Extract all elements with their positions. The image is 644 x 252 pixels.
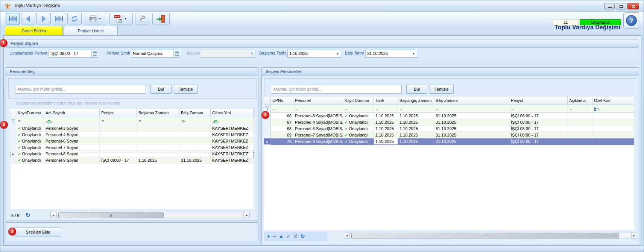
navigator-remove-icon[interactable]: −	[273, 234, 276, 239]
table-row[interactable]: 69Personel-7 Soyad[MOBİSA✔Onaylandı1.10.…	[264, 132, 634, 138]
filter-cell-kayit_durumu[interactable]: =	[343, 105, 374, 113]
cell-personel: Personel-6 Soyad[MOBİSA	[293, 126, 343, 132]
next-record-button[interactable]	[36, 13, 51, 24]
find-button[interactable]: Bul	[406, 85, 427, 94]
navigator-refresh-icon[interactable]: ↻	[301, 234, 305, 239]
selected-grid-hscrollbar[interactable]: ◂ ▸	[344, 232, 637, 238]
print-button[interactable]: ▾	[84, 13, 107, 24]
column-header-periyot[interactable]: Periyot	[100, 109, 137, 117]
filter-cell-baslangic_zamani[interactable]: =	[398, 105, 434, 113]
end-date-picker[interactable]: 31.10.2025 ▾	[365, 50, 417, 58]
scroll-thumb[interactable]	[351, 233, 619, 238]
column-header-baslangic_zamani[interactable]: Başlangıç Zamanı	[398, 97, 434, 105]
table-row[interactable]: 66Personel-3 Soyad[MOBİSA✔Onaylandı1.10.…	[264, 113, 634, 119]
minimize-button[interactable]	[604, 3, 615, 9]
filter-cell-gorev_yeri[interactable]: aBc	[211, 117, 254, 125]
first-record-button[interactable]	[6, 13, 20, 24]
scroll-left-arrow[interactable]: ◂	[344, 232, 350, 238]
tab-genel-bilgiler[interactable]: Genel Bilgiler	[5, 26, 63, 35]
period-class-combo[interactable]: Normal Çalışma	[131, 50, 180, 58]
grid-refresh-icon[interactable]: ↻	[26, 212, 30, 219]
navigator-add-icon[interactable]: +	[267, 234, 270, 239]
settings-button[interactable]	[135, 13, 149, 24]
personnel-search-input[interactable]	[15, 85, 146, 94]
table-row[interactable]: ✔OnaylandıPersonel-4 SoyadKAYSERİ MERKEZ	[11, 132, 254, 138]
table-row[interactable]: ▸70Personel-8 Soyad[MOBİSA✔Onaylandı1.10…	[264, 138, 634, 145]
filter-cell-upno[interactable]: =	[271, 105, 293, 113]
panel-splitter[interactable]	[258, 67, 261, 244]
help-button[interactable]: ?	[623, 12, 639, 29]
add-selected-button[interactable]: Seçilileri Ekle	[15, 228, 61, 237]
scroll-thumb[interactable]	[58, 213, 164, 218]
filter-cell-ozel_kod[interactable]: aBc	[592, 105, 634, 113]
column-header-bitis_zamani[interactable]: Bitiş Zamanı	[434, 97, 509, 105]
navigator-apply-icon[interactable]: ✔	[286, 234, 291, 239]
column-header-tarih[interactable]: Tarih	[374, 97, 398, 105]
column-header-personel[interactable]: Personel	[293, 97, 343, 105]
row-indicator	[11, 125, 16, 132]
filter-cell-adi_soyadi[interactable]: aBc	[44, 117, 100, 125]
applied-period-combo[interactable]: İŞÇİ 08:00 - 17	[49, 50, 98, 58]
table-row[interactable]: 68Personel-6 Soyad[MOBİSA✔Onaylandı1.10.…	[264, 126, 634, 132]
start-date-dropdown[interactable]: ▾	[334, 50, 341, 57]
table-row[interactable]: ✔OnaylandıPersonel-6 SoyadKAYSERİ MERKEZ	[11, 138, 254, 144]
scroll-right-arrow[interactable]: ▸	[244, 212, 250, 218]
table-row[interactable]: ▸✔OnaylandıPersonel-8 SoyadKAYSERİ MERKE…	[11, 151, 254, 157]
column-header-gorev_yeri[interactable]: Görev Yeri	[211, 109, 254, 117]
last-record-button[interactable]	[52, 13, 66, 24]
filter-cell-periyot[interactable]: =	[100, 117, 137, 125]
navigator-cancel-icon[interactable]: ✘	[293, 234, 298, 239]
filter-cell-bitis_zamani[interactable]: =	[434, 105, 509, 113]
column-header-upno[interactable]: UPNo	[271, 97, 293, 105]
navigator-edit-icon[interactable]: ▲	[278, 234, 284, 239]
column-header-ozel_kod[interactable]: Özel Kod	[592, 97, 634, 105]
column-header-baslama_zamani[interactable]: Başlama Zamanı	[137, 109, 179, 117]
table-row[interactable]: 67Personel-4 Soyad[MOBİSA✔Onaylandı1.10.…	[264, 119, 634, 126]
refresh-button[interactable]	[67, 13, 82, 24]
column-header-periyot[interactable]: Periyot	[509, 97, 568, 105]
cell-baslama_zamani	[137, 144, 179, 151]
filter-cell-aciklama[interactable]: =	[568, 105, 592, 113]
cell-bitis_zamani	[179, 132, 211, 138]
print-dropdown[interactable]: ▾	[97, 13, 102, 24]
exit-button[interactable]	[152, 13, 170, 24]
filter-cell-bitis_zamani[interactable]: ≫	[179, 117, 211, 125]
cell-personel: Personel-8 Soyad[MOBİSA	[293, 138, 343, 145]
filter-cell-periyot[interactable]: =	[509, 105, 568, 113]
tab-periyot-listesi[interactable]: Periyot Listesi	[64, 26, 118, 35]
filter-cell-tarih[interactable]: =	[374, 105, 398, 113]
cell-adi_soyadi: Personel-3 Soyad	[44, 125, 100, 132]
filter-cell-baslama_zamani[interactable]: =	[137, 117, 179, 125]
scroll-track[interactable]	[350, 232, 631, 238]
filter-row-indicator[interactable]	[11, 117, 16, 125]
end-date-label: Bitiş Tarihi	[345, 51, 364, 55]
applied-period-lookup-button[interactable]	[91, 50, 98, 57]
close-button[interactable]	[627, 3, 639, 9]
table-row[interactable]: ✔OnaylandıPersonel-9 SoyadİŞÇİ 08:00 - 1…	[11, 157, 254, 164]
period-class-lookup-button[interactable]	[173, 50, 180, 57]
column-header-adi_soyadi[interactable]: Adı Soyadı	[44, 109, 100, 117]
filter-cell-kayit_durumu[interactable]: =	[16, 117, 44, 125]
personnel-grid-hscrollbar[interactable]: ◂ ▸	[50, 212, 250, 218]
column-header-kayit_durumu[interactable]: KayıtDurumu	[16, 109, 44, 117]
clear-button[interactable]: Temizle	[174, 85, 198, 94]
start-date-picker[interactable]: 1.10.2025 ▾	[287, 50, 341, 58]
minimize-icon	[608, 7, 612, 8]
end-date-dropdown[interactable]: ▾	[410, 50, 417, 57]
column-header-bitis_zamani[interactable]: Bitiş Zamanı	[179, 109, 211, 117]
clear-button[interactable]: Temizle	[430, 85, 454, 94]
maximize-button[interactable]	[616, 3, 626, 9]
filter-cell-personel[interactable]: =	[293, 105, 343, 113]
export-pdf-button[interactable]: PDF ▾	[109, 13, 133, 24]
table-row[interactable]: ✔OnaylandıPersonel-3 SoyadKAYSERİ MERKEZ	[11, 125, 254, 132]
scroll-right-arrow[interactable]: ▸	[631, 232, 637, 238]
export-dropdown[interactable]: ▾	[123, 13, 128, 24]
table-row[interactable]: ✔OnaylandıPersonel-7 SoyadKAYSERİ MERKEZ	[11, 144, 254, 151]
previous-record-button[interactable]	[21, 13, 35, 24]
scroll-track[interactable]	[56, 212, 244, 218]
selected-search-input[interactable]	[271, 85, 402, 94]
scroll-left-arrow[interactable]: ◂	[50, 212, 56, 218]
find-button[interactable]: Bul	[150, 85, 172, 94]
column-header-aciklama[interactable]: Açıklama	[568, 97, 592, 105]
column-header-kayit_durumu[interactable]: Kayıt Durumu	[343, 97, 374, 105]
